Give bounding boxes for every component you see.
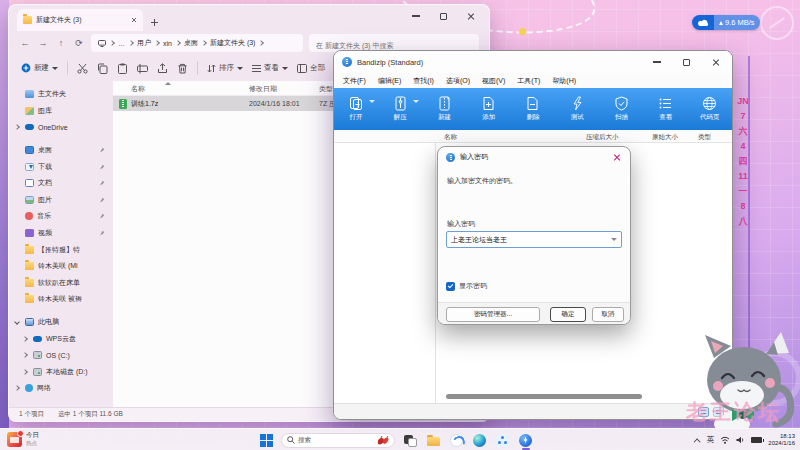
breadcrumb-item[interactable]: 新建文件夹 (3) — [210, 38, 256, 48]
share-app-icon[interactable] — [495, 433, 510, 448]
column-name[interactable]: 名称 — [131, 84, 145, 94]
rename-icon[interactable] — [137, 63, 148, 74]
battery-icon[interactable] — [751, 437, 762, 443]
sidebar-item-os-c[interactable]: OS (C:) — [9, 347, 113, 364]
expand-icon[interactable] — [14, 125, 20, 131]
breadcrumb[interactable]: … 用户 xin 桌面 新建文件夹 (3) — [91, 34, 303, 52]
scan-button[interactable]: 扫描 — [599, 88, 643, 130]
expand-icon[interactable] — [22, 369, 28, 375]
sidebar-item-folder[interactable]: 软软趴在床单 — [9, 275, 113, 292]
start-button[interactable] — [260, 434, 273, 447]
active-app-icon[interactable] — [518, 433, 533, 448]
task-view-button[interactable] — [403, 433, 418, 448]
horizontal-scrollbar[interactable] — [446, 394, 642, 399]
edge-icon[interactable] — [472, 433, 487, 448]
refresh-icon[interactable]: ⟳ — [73, 38, 85, 48]
sidebar-item-folder[interactable]: 铃木美咲 (Mi — [9, 258, 113, 275]
explorer-tab[interactable]: 新建文件夹 (3) — [17, 9, 143, 31]
new-archive-button[interactable]: 新建 — [422, 88, 466, 130]
sidebar-item-music[interactable]: 音乐 — [9, 208, 113, 225]
sidebar-item-home[interactable]: 主文件夹 — [9, 86, 113, 103]
sidebar-item-pictures[interactable]: 图片 — [9, 192, 113, 209]
sidebar-item-this-pc[interactable]: 此电脑 — [9, 314, 113, 331]
add-button[interactable]: 添加 — [467, 88, 511, 130]
minimize-icon[interactable] — [412, 15, 420, 16]
close-icon[interactable] — [467, 12, 475, 20]
tray-expand-icon[interactable] — [693, 438, 700, 445]
sidebar-item-documents[interactable]: 文档 — [9, 175, 113, 192]
breadcrumb-ellipsis[interactable]: … — [118, 40, 125, 47]
delete-icon[interactable] — [177, 63, 188, 74]
sidebar-item-folder[interactable]: 【推特服】特 — [9, 241, 113, 258]
wifi-icon[interactable] — [720, 436, 730, 444]
chevron-down-icon[interactable] — [369, 100, 375, 103]
dialog-title-bar[interactable]: 输入密码 — [438, 147, 630, 167]
close-icon[interactable] — [712, 58, 720, 66]
collapse-icon[interactable] — [14, 319, 20, 325]
view-button[interactable]: 查看 — [252, 63, 288, 73]
expand-icon[interactable] — [14, 386, 20, 392]
maximize-icon[interactable] — [683, 59, 690, 66]
copy-icon[interactable] — [97, 63, 108, 74]
column-type[interactable]: 类型 — [698, 133, 711, 142]
chevron-down-icon[interactable] — [413, 100, 419, 103]
minimize-icon[interactable] — [653, 61, 661, 62]
extract-button[interactable]: 解压 — [378, 88, 422, 130]
column-original-size[interactable]: 原始大小 — [652, 133, 678, 142]
show-password-option[interactable]: 显示密码 — [446, 281, 487, 291]
maximize-icon[interactable] — [440, 13, 447, 20]
sidebar-item-wps-cloud[interactable]: WPS云盘 — [9, 330, 113, 347]
tab-close-icon[interactable] — [131, 17, 137, 23]
expand-icon[interactable] — [22, 336, 28, 342]
sidebar-item-videos[interactable]: 视频 — [9, 225, 113, 242]
sidebar-item-folder[interactable]: 铃木美咲 被褥 — [9, 291, 113, 308]
breadcrumb-item[interactable]: 用户 — [137, 38, 151, 48]
sidebar-item-onedrive[interactable]: OneDrive — [9, 119, 113, 136]
close-icon[interactable] — [613, 153, 621, 161]
ime-indicator[interactable]: 英 — [707, 435, 715, 445]
view-button[interactable]: 查看 — [644, 88, 688, 130]
net-speed-badge[interactable]: 9.6 MB/s — [692, 15, 760, 30]
password-input[interactable] — [447, 236, 611, 243]
taskbar-search-box[interactable]: 搜索 — [281, 433, 395, 448]
ok-button[interactable]: 确定 — [550, 307, 586, 322]
up-icon[interactable]: ↑ — [55, 38, 67, 48]
codepage-button[interactable]: 代码页 — [688, 88, 732, 130]
new-button[interactable]: 新建 — [21, 63, 58, 73]
test-button[interactable]: 测试 — [555, 88, 599, 130]
share-icon[interactable] — [157, 63, 168, 74]
more-button[interactable]: 全部 — [297, 63, 325, 73]
menu-view[interactable]: 视图(V) — [482, 76, 505, 86]
bandizip-folder-tree[interactable] — [334, 143, 436, 403]
menu-find[interactable]: 查找(I) — [413, 76, 434, 86]
volume-icon[interactable] — [736, 436, 745, 444]
menu-edit[interactable]: 编辑(E) — [378, 76, 401, 86]
column-type[interactable]: 类型 — [319, 84, 333, 94]
menu-help[interactable]: 帮助(H) — [552, 76, 576, 86]
sidebar-item-network[interactable]: 网络 — [9, 380, 113, 397]
sidebar-item-desktop[interactable]: 桌面 — [9, 142, 113, 159]
file-explorer-taskbar-icon[interactable] — [426, 433, 441, 448]
column-date[interactable]: 修改日期 — [249, 84, 277, 94]
forward-icon[interactable]: → — [37, 38, 49, 48]
expand-icon[interactable] — [22, 352, 28, 358]
menu-options[interactable]: 选项(O) — [446, 76, 470, 86]
cut-icon[interactable] — [77, 63, 88, 74]
delete-button[interactable]: 删除 — [511, 88, 555, 130]
new-tab-icon[interactable] — [151, 19, 158, 26]
sidebar-item-gallery[interactable]: 图库 — [9, 103, 113, 120]
breadcrumb-item[interactable]: 桌面 — [184, 38, 198, 48]
widgets-button[interactable]: 今日 热点 — [7, 431, 39, 447]
sort-button[interactable]: 排序 — [207, 63, 243, 73]
paste-icon[interactable] — [117, 63, 128, 74]
open-button[interactable]: 打开 — [334, 88, 378, 130]
breadcrumb-item[interactable]: xin — [163, 40, 172, 47]
menu-tools[interactable]: 工具(T) — [517, 76, 540, 86]
password-manager-button[interactable]: 密码管理器... — [446, 307, 540, 322]
sidebar-item-disk-d[interactable]: 本地磁盘 (D:) — [9, 364, 113, 381]
back-icon[interactable]: ← — [19, 38, 31, 48]
column-name[interactable]: 名称 — [444, 133, 457, 142]
sidebar-item-downloads[interactable]: 下载 — [9, 158, 113, 175]
browser-app-icon[interactable] — [449, 433, 464, 448]
explorer-tab-bar[interactable]: 新建文件夹 (3) — [9, 5, 489, 31]
